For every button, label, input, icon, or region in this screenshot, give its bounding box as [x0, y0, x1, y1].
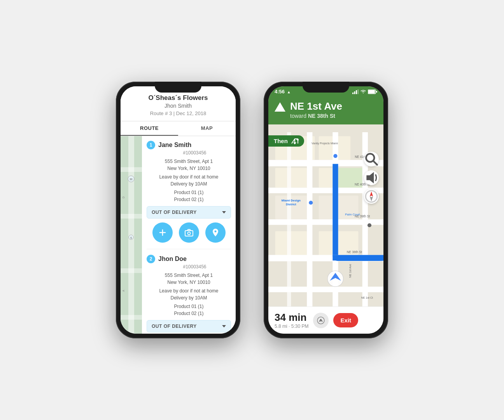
svg-rect-2: [121, 167, 142, 172]
dropdown-arrow-1: [222, 211, 226, 214]
add-button-1[interactable]: [152, 222, 173, 243]
battery-icon: [368, 89, 377, 94]
svg-rect-19: [356, 90, 357, 94]
svg-text:A: A: [122, 290, 125, 292]
compass-button[interactable]: [364, 189, 379, 204]
svg-text:D: D: [122, 196, 125, 198]
svg-rect-40: [307, 132, 312, 306]
map-strip-content: H S D A: [121, 136, 142, 334]
notch-1: [155, 82, 201, 93]
delivery-id-2: #10003456: [158, 264, 231, 270]
svg-point-15: [187, 232, 190, 235]
delivery-address-2: 555 Smith Street, Apt 1 New York, NY 100…: [147, 272, 231, 286]
svg-rect-20: [358, 89, 359, 94]
dropdown-arrow-2: [222, 325, 226, 327]
nav-toward: toward NE 38th St: [290, 113, 377, 119]
route-screen: O´Sheas´s Flowers Jhon Smith Route # 3 |…: [121, 86, 236, 334]
svg-text:NE 1st Ct: NE 1st Ct: [361, 296, 373, 299]
status-time: 4:56 ▲: [275, 89, 291, 94]
map-area: NE 41st St NE 40th St NE 39th St NE 38th…: [268, 132, 383, 306]
svg-rect-3: [121, 214, 142, 219]
delivery-name-1: Jane Smith: [158, 142, 191, 149]
route-options-button[interactable]: [313, 313, 329, 328]
divider-1: [147, 249, 231, 249]
route-options-icon: [317, 316, 325, 325]
nav-content: 4:56 ▲: [268, 86, 383, 334]
nav-distance-eta: 5.8 mi · 5:30 PM: [275, 324, 308, 329]
status-icons: [352, 89, 377, 94]
action-buttons-1: [147, 222, 231, 243]
delivery-address-1: 555 Smith Street, Apt 1 New York, NY 100…: [147, 158, 231, 172]
svg-text:S: S: [130, 236, 132, 239]
svg-marker-64: [370, 191, 373, 196]
delivery-name-row-1: 1 Jane Smith: [147, 141, 231, 149]
svg-rect-14: [185, 231, 193, 236]
svg-point-55: [368, 223, 371, 227]
delivery-products-2: Product 01 (1) Product 02 (1): [147, 303, 231, 317]
wifi-icon: [360, 89, 366, 94]
signal-icon: [352, 89, 359, 94]
delivery-note-2: Leave by door if not at home Delivery by…: [147, 287, 231, 301]
driver-name: Jhon Smith: [127, 103, 229, 109]
compass-icon: [364, 189, 379, 204]
main-container: O´Sheas´s Flowers Jhon Smith Route # 3 |…: [100, 66, 404, 354]
route-content: O´Sheas´s Flowers Jhon Smith Route # 3 |…: [121, 86, 236, 334]
route-meta: Route # 3 | Dec 12, 2018: [127, 110, 229, 116]
turn-right-arrow-icon: [291, 138, 299, 144]
delivery-card-1: 1 Jane Smith #10003456 555 Smith Street,…: [147, 141, 231, 243]
svg-rect-17: [352, 93, 354, 94]
svg-rect-43: [287, 132, 291, 306]
delivery-name-2: Jhon Doe: [158, 256, 187, 262]
location-arrow-icon: ▲: [287, 90, 291, 94]
camera-button-1[interactable]: [179, 222, 199, 243]
exit-button[interactable]: Exit: [333, 313, 358, 327]
svg-point-53: [309, 201, 313, 205]
svg-point-50: [333, 154, 337, 158]
sound-button[interactable]: [364, 170, 379, 185]
delivery-badge-2: 2: [147, 255, 155, 263]
camera-icon: [184, 228, 194, 237]
tab-route[interactable]: ROUTE: [121, 121, 178, 136]
phone-route: O´Sheas´s Flowers Jhon Smith Route # 3 |…: [116, 82, 240, 338]
store-name: O´Sheas´s Flowers: [127, 94, 229, 102]
svg-rect-22: [368, 90, 375, 93]
tab-map[interactable]: MAP: [178, 121, 236, 136]
search-map-button[interactable]: [364, 152, 379, 166]
then-banner: Then: [268, 135, 304, 147]
svg-rect-4: [121, 268, 142, 273]
svg-text:Vanity Projects Miami: Vanity Projects Miami: [312, 142, 338, 145]
delivery-note-1: Leave by door if not at home Delivery by…: [147, 173, 231, 187]
nav-duration: 34 min: [275, 312, 308, 324]
nav-bottom: 34 min 5.8 mi · 5:30 PM: [268, 306, 383, 334]
nav-street-name: NE 1st Ave: [290, 101, 377, 112]
route-body-inner: H S D A: [121, 136, 236, 334]
location-icon: [211, 228, 220, 237]
svg-line-61: [373, 161, 377, 165]
svg-point-16: [214, 231, 216, 233]
svg-text:District: District: [286, 203, 296, 206]
phone-nav: 4:56 ▲: [264, 82, 388, 338]
svg-marker-62: [366, 172, 374, 184]
map-strip: H S D A: [121, 136, 142, 334]
nav-time-section: 34 min 5.8 mi · 5:30 PM: [275, 312, 308, 329]
delivery-badge-1: 1: [147, 141, 155, 149]
then-label: Then: [274, 138, 288, 144]
plus-icon: [158, 228, 167, 237]
delivery-card-2: 2 Jhon Doe #10003456 555 Smith Street, A…: [147, 255, 231, 332]
delivery-status-btn-2[interactable]: OUT OF DELIVERY: [147, 320, 231, 332]
svg-text:NE 1st Ave: NE 1st Ave: [349, 264, 352, 278]
svg-text:Palm Court: Palm Court: [345, 213, 360, 216]
delivery-name-row-2: 2 Jhon Doe: [147, 255, 231, 263]
route-body: H S D A: [121, 136, 236, 334]
svg-rect-23: [376, 91, 377, 93]
notch-2: [303, 82, 349, 93]
nav-header: NE 1st Ave toward NE 38th St: [268, 97, 383, 124]
location-button-1[interactable]: [205, 222, 226, 243]
svg-marker-65: [370, 196, 373, 201]
direction-arrow-icon: [275, 102, 285, 112]
delivery-id-1: #10003456: [158, 150, 231, 156]
delivery-status-btn-1[interactable]: OUT OF DELIVERY: [147, 206, 231, 219]
nav-street-info: NE 1st Ave toward NE 38th St: [290, 101, 377, 119]
svg-rect-5: [121, 315, 142, 320]
svg-rect-33: [319, 231, 359, 259]
